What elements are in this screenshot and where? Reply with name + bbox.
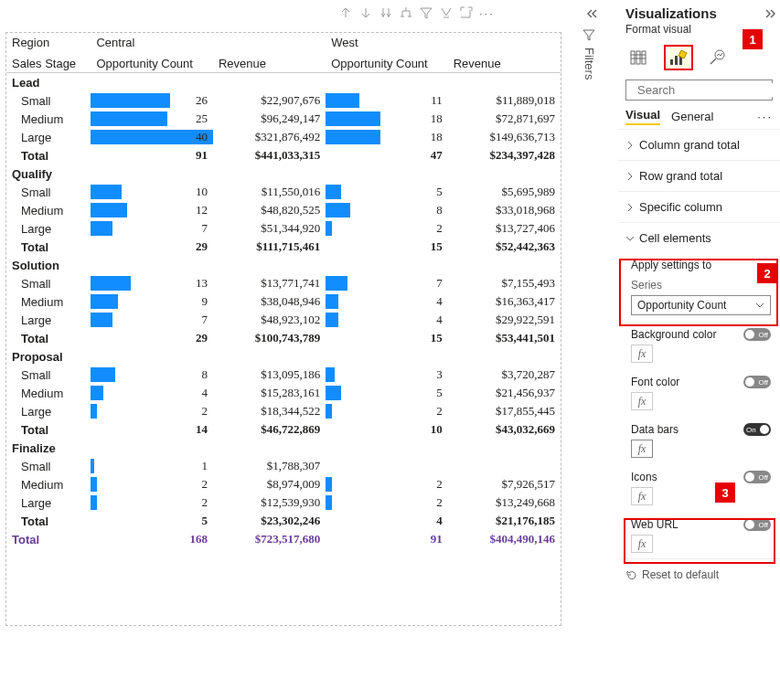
- oc-cell: 12: [91, 201, 213, 219]
- cell: $38,048,946: [213, 292, 326, 311]
- matrix-visual[interactable]: Region Central West Sales Stage Opportun…: [5, 32, 561, 626]
- header-oc-w: Opportunity Count: [326, 51, 448, 73]
- group-header[interactable]: Lead: [6, 73, 561, 92]
- group-header[interactable]: Proposal: [6, 347, 561, 366]
- header-region: Region: [6, 33, 91, 51]
- row-label: Medium: [6, 201, 91, 219]
- filter-icon[interactable]: [419, 5, 433, 20]
- table-row: Large40$321,876,49218$149,636,713: [6, 128, 561, 146]
- group-header[interactable]: Solution: [6, 256, 561, 274]
- svg-line-9: [711, 58, 716, 64]
- subtotal-label: Total: [6, 420, 91, 439]
- data-bars-toggle[interactable]: On: [743, 423, 771, 436]
- cell: 29: [91, 329, 213, 347]
- cell: $321,876,492: [213, 128, 326, 146]
- cell: $13,727,406: [448, 219, 561, 238]
- acc-label: Cell elements: [639, 231, 711, 245]
- focus-icon[interactable]: [459, 5, 474, 20]
- cell: 47: [326, 146, 448, 164]
- analytics-icon[interactable]: [702, 45, 732, 70]
- acc-cell-elements[interactable]: Cell elements: [618, 222, 780, 253]
- spotlight-icon[interactable]: [439, 5, 454, 20]
- collapse-pane-icon[interactable]: [585, 7, 598, 23]
- table-row: Small1$1,788,307: [6, 457, 561, 475]
- oc-cell: 5: [326, 183, 448, 201]
- tab-more[interactable]: ···: [757, 110, 773, 123]
- tab-visual[interactable]: Visual: [625, 108, 660, 125]
- icons-toggle[interactable]: Off: [743, 471, 771, 483]
- oc-cell: 2: [91, 402, 213, 420]
- table-row: Small26$22,907,67611$11,889,018: [6, 91, 561, 110]
- more-options-icon[interactable]: ···: [479, 6, 495, 20]
- viz-title: Visualizations: [625, 5, 717, 21]
- cell: $13,771,741: [213, 274, 326, 292]
- cell: [448, 457, 561, 475]
- cell: $52,442,363: [448, 238, 561, 256]
- data-bars-label: Data bars: [631, 423, 678, 436]
- font-color-fx[interactable]: fx: [631, 392, 653, 410]
- table-row: Large7$51,344,9202$13,727,406: [6, 219, 561, 238]
- oc-cell: 26: [91, 91, 213, 110]
- data-bars-fx[interactable]: fx: [631, 440, 653, 458]
- cell: 168: [91, 530, 213, 548]
- cell: $11,889,018: [448, 91, 561, 110]
- expand-pane-icon[interactable]: [764, 7, 776, 20]
- svg-rect-0: [631, 51, 635, 64]
- cell: $11,550,016: [213, 183, 326, 201]
- header-oc-c: Opportunity Count: [91, 51, 213, 73]
- acc-specific-column[interactable]: Specific column: [618, 191, 780, 222]
- row-label: Medium: [6, 110, 91, 128]
- oc-cell: 18: [326, 110, 448, 128]
- icons-fx[interactable]: fx: [631, 487, 653, 505]
- subtotal-row: Total29$100,743,78915$53,441,501: [6, 329, 561, 347]
- drill-down-icon[interactable]: [358, 5, 373, 20]
- bg-color-toggle[interactable]: Off: [743, 328, 771, 341]
- drill-up-icon[interactable]: [338, 5, 353, 20]
- oc-cell: 2: [326, 402, 448, 420]
- row-label: Medium: [6, 475, 91, 493]
- group-header[interactable]: Qualify: [6, 164, 561, 183]
- svg-rect-5: [670, 59, 673, 65]
- expand-down-icon[interactable]: [379, 5, 393, 20]
- oc-cell: 2: [326, 219, 448, 238]
- build-visual-icon[interactable]: [625, 45, 655, 70]
- cell: $7,926,517: [448, 475, 561, 493]
- cell: 15: [326, 238, 448, 256]
- row-label: Medium: [6, 384, 91, 402]
- row-label: Medium: [6, 292, 91, 311]
- table-row: Large2$12,539,9302$13,249,668: [6, 493, 561, 512]
- oc-cell: 40: [91, 128, 213, 146]
- cell: $149,636,713: [448, 128, 561, 146]
- cell: 10: [326, 420, 448, 439]
- cell: $100,743,789: [213, 329, 326, 347]
- cell: $15,283,161: [213, 384, 326, 402]
- oc-cell: 10: [91, 183, 213, 201]
- svg-rect-6: [675, 56, 678, 65]
- acc-label: Row grand total: [639, 169, 722, 183]
- filters-label: Filters: [582, 48, 596, 80]
- badge-2: 2: [757, 263, 777, 283]
- group-header[interactable]: Finalize: [6, 439, 561, 457]
- acc-column-grand-total[interactable]: Column grand total: [618, 129, 780, 160]
- filters-collapsed-tab[interactable]: Filters: [576, 27, 602, 101]
- cell: 91: [91, 146, 213, 164]
- cell: 29: [91, 238, 213, 256]
- header-sales-stage: Sales Stage: [6, 51, 91, 73]
- cell: $723,517,680: [213, 530, 326, 548]
- cell: 15: [326, 329, 448, 347]
- cell: $96,249,147: [213, 110, 326, 128]
- grand-label: Total: [6, 530, 91, 548]
- oc-cell: 3: [326, 366, 448, 384]
- callout-3: [624, 518, 775, 564]
- search-box[interactable]: [625, 80, 773, 101]
- tab-general[interactable]: General: [671, 110, 713, 123]
- format-visual-icon[interactable]: [664, 45, 693, 70]
- oc-cell: 8: [326, 201, 448, 219]
- oc-cell: 4: [326, 311, 448, 329]
- font-color-toggle[interactable]: Off: [743, 376, 771, 388]
- search-input[interactable]: [637, 83, 780, 97]
- bg-color-fx[interactable]: fx: [631, 345, 653, 363]
- hierarchy-icon[interactable]: [399, 5, 413, 20]
- acc-row-grand-total[interactable]: Row grand total: [618, 160, 780, 191]
- cell: $48,923,102: [213, 311, 326, 329]
